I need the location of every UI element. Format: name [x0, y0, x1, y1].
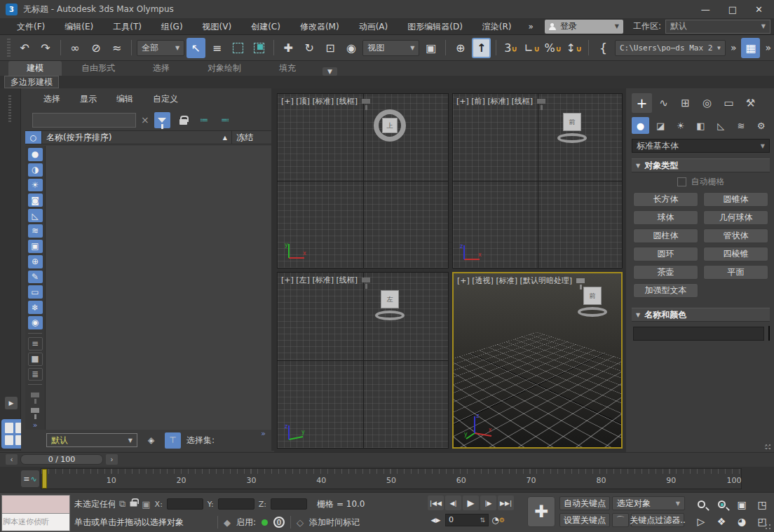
tab-create[interactable]: +	[632, 93, 652, 113]
filter-cameras-toggle[interactable]: ◙	[28, 193, 43, 207]
hierarchy-view-button[interactable]: ⊤	[165, 432, 181, 449]
select-and-place-button[interactable]: ◉	[342, 38, 361, 58]
menu-create[interactable]: 创建(C)	[241, 18, 290, 35]
viewport-front[interactable]: [+] [前] [标准] [线框] 前 xz	[452, 93, 623, 268]
viewport-front-label[interactable]: [+] [前] [标准] [线框]	[456, 96, 545, 107]
textplus-button[interactable]: 加强型文本	[633, 283, 698, 298]
use-pivot-center-button[interactable]: ▣	[421, 38, 440, 58]
set-key-button[interactable]: 设置关键点	[559, 513, 610, 527]
play-button[interactable]: ▶	[463, 496, 479, 510]
window-crossing-toggle[interactable]	[250, 38, 269, 58]
ribbon-tab-populate[interactable]: 填充	[261, 61, 314, 76]
zoom-extents-button[interactable]: ▣	[732, 496, 752, 512]
ribbon-tab-freeform[interactable]: 自由形式	[63, 61, 133, 76]
filter-settings-button[interactable]	[28, 388, 43, 402]
filter-frozen-toggle[interactable]: ❄	[28, 301, 43, 314]
mini-curve-editor-button[interactable]: ≡ ∿	[21, 470, 39, 487]
select-object-button[interactable]: ↖	[186, 38, 205, 58]
geometry-category-dropdown[interactable]: 标准基本体 ▼	[632, 139, 770, 153]
viewcube-cube[interactable]: 前	[563, 113, 581, 131]
time-tag-cube-icon[interactable]: ◇	[297, 517, 304, 528]
viewport-left-label[interactable]: [+] [左] [标准] [线框]	[281, 275, 370, 285]
rectangular-selection-region-button[interactable]	[229, 38, 247, 58]
field-of-view-button[interactable]: ▷	[691, 513, 711, 529]
viewcube-compass-ring[interactable]	[578, 307, 607, 317]
project-folder-dropdown[interactable]: C:\Users\po⋯ds Max 2024 ▼	[615, 40, 726, 56]
tab-motion[interactable]: ◎	[697, 93, 717, 113]
footer-overflow-chevron[interactable]: »	[261, 429, 266, 438]
go-to-end-button[interactable]: ▶▶|	[498, 496, 514, 510]
geosphere-button[interactable]: 几何球体	[703, 210, 768, 225]
object-color-swatch[interactable]	[768, 326, 770, 341]
pyramid-button[interactable]: 四棱锥	[703, 247, 768, 261]
expand-all-button[interactable]: ≡	[28, 337, 43, 350]
select-and-scale-button[interactable]: ⊡	[321, 38, 340, 58]
previous-frame-button[interactable]: ‹	[6, 454, 18, 465]
ribbon-dropdown[interactable]: ▼	[322, 67, 337, 76]
filter-spacewarps-toggle[interactable]: ≋	[28, 224, 43, 238]
expand-panel-button[interactable]: ▶	[5, 397, 18, 409]
current-frame-marker[interactable]	[42, 469, 47, 489]
frozen-column-header[interactable]: 冻结	[232, 131, 271, 144]
viewcube-cube[interactable]: 左	[381, 290, 399, 308]
named-selection-sets-button[interactable]: {	[594, 38, 613, 58]
menu-file[interactable]: 文件(F)	[7, 18, 55, 35]
se-menu-customize[interactable]: 自定义	[143, 93, 188, 105]
auto-key-button[interactable]: 自动关键点	[559, 496, 610, 510]
viewcube-compass-ring[interactable]	[375, 311, 405, 320]
key-points-icon-button[interactable]: ⌒	[612, 513, 629, 527]
active-layer-dropdown[interactable]: 默认 ▼	[46, 433, 137, 447]
category-shapes[interactable]: ◪	[652, 117, 670, 134]
menu-rendering[interactable]: 渲染(R)	[473, 18, 522, 35]
object-name-input[interactable]	[633, 327, 764, 341]
sign-in-dropdown[interactable]: 登录 ▼	[545, 20, 623, 34]
cylinder-button[interactable]: 圆柱体	[633, 229, 698, 243]
viewport-label-text[interactable]: [+] [顶] [标准] [线框]	[281, 96, 358, 107]
name-column-header[interactable]: 名称(按升序排序) ▲	[42, 131, 232, 144]
filter-bones-toggle[interactable]: ✎	[28, 271, 43, 284]
viewcube-cube[interactable]: 前	[583, 287, 602, 305]
y-coordinate-field[interactable]	[218, 498, 254, 510]
object-type-rollout-header[interactable]: ▼ 对象类型 ∷	[632, 158, 770, 172]
name-and-color-rollout-header[interactable]: ▼ 名称和颜色 ∷	[632, 308, 770, 322]
transform-gizmo-icon[interactable]: ▣	[142, 499, 150, 510]
viewport-top[interactable]: [+] [顶] [标准] [线框] 上 xy	[277, 93, 449, 268]
viewport-label-text[interactable]: [+] [透视] [标准] [默认明暗处理]	[457, 275, 572, 286]
object-type-column-button[interactable]: ○	[25, 131, 42, 144]
viewcube[interactable]: 前	[576, 286, 609, 318]
category-geometry[interactable]: ●	[632, 117, 649, 134]
clear-search-icon[interactable]: ×	[141, 114, 149, 125]
tab-utilities[interactable]: ⚒	[740, 93, 761, 113]
select-and-move-button[interactable]: ✚	[279, 38, 298, 58]
undo-button[interactable]: ↶	[15, 38, 34, 58]
polygon-modeling-panel[interactable]: 多边形建模	[4, 76, 59, 88]
ribbon-tab-selection[interactable]: 选择	[135, 61, 188, 76]
filter-helpers-toggle[interactable]: ◺	[28, 209, 43, 222]
search-input[interactable]	[32, 113, 136, 128]
select-and-link-icon[interactable]: ∞	[65, 38, 84, 58]
toolbar-grip[interactable]	[7, 39, 11, 57]
tab-hierarchy[interactable]: ⊞	[675, 93, 695, 113]
filter-button[interactable]	[28, 404, 43, 417]
maxscript-mini-listener[interactable]: 脚本迷你侦听	[1, 495, 70, 531]
viewport-left[interactable]: [+] [左] [标准] [线框] 左 yz	[277, 272, 449, 449]
menu-views[interactable]: 视图(V)	[193, 18, 242, 35]
zoom-extents-all-button[interactable]: ◳	[752, 496, 772, 512]
torus-button[interactable]: 圆环	[633, 247, 698, 261]
category-space-warps[interactable]: ≋	[733, 117, 750, 134]
current-frame-field[interactable]: 0 ⇅	[445, 514, 489, 526]
viewcube-compass-ring[interactable]	[557, 133, 587, 143]
key-filters-button[interactable]: 关键点过滤器..	[631, 513, 684, 527]
sort-ascending-icon[interactable]: ▲	[223, 135, 227, 141]
tab-display[interactable]: ▭	[719, 93, 739, 113]
filter-lights-toggle[interactable]: ☀	[28, 179, 43, 192]
filter-xrefs-toggle[interactable]: ⊕	[28, 255, 43, 268]
filter-hidden-toggle[interactable]: ◉	[28, 316, 43, 329]
select-and-manipulate-button[interactable]: ⊕	[451, 38, 470, 58]
next-frame-button[interactable]: |▶	[480, 496, 496, 510]
toolbar-overflow-chevron[interactable]: »	[728, 42, 740, 53]
menu-overflow-chevron[interactable]: »	[522, 22, 541, 32]
maximize-button[interactable]: □	[728, 4, 737, 15]
keyboard-shortcut-override-toggle[interactable]: ↑	[472, 38, 491, 58]
z-coordinate-field[interactable]	[271, 498, 307, 510]
